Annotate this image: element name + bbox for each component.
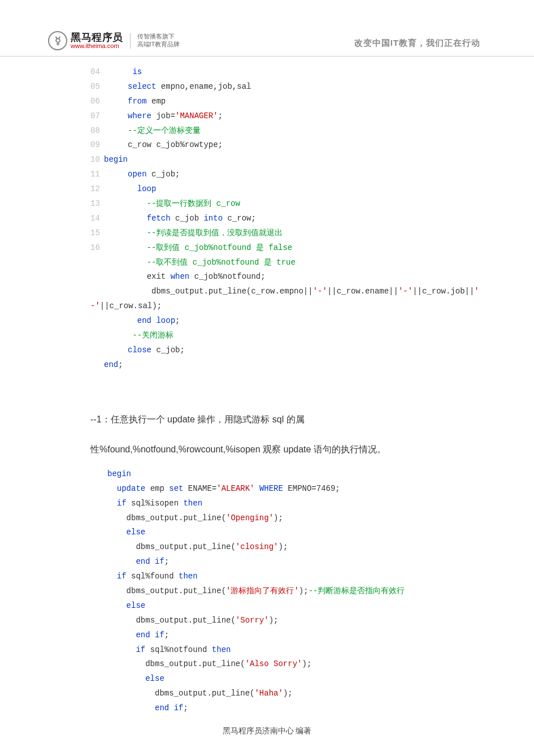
- spacer: [0, 457, 534, 467]
- code-line: else: [107, 672, 444, 686]
- code-line: 12 loop: [90, 182, 444, 197]
- code-line: else: [107, 599, 444, 614]
- code-line: --关闭游标: [90, 329, 444, 343]
- code-line: 16 --取到值 c_job%notfound 是 false: [90, 241, 444, 256]
- code-line: 05 select empno,ename,job,sal: [90, 80, 444, 94]
- code-line: dbms_output.put_line(c_row.empno||'-'||c…: [90, 284, 444, 299]
- code-line: 11 open c_job;: [90, 167, 444, 182]
- code-line: if sql%notfound then: [107, 643, 444, 658]
- code-line: if sql%isopen then: [107, 496, 444, 511]
- code-line: dbms_output.put_line('游标指向了有效行');--判断游标是…: [107, 584, 444, 599]
- logo-text: 黑马程序员 www.itheima.com: [71, 32, 123, 49]
- code-line: else: [107, 525, 444, 540]
- code-line: dbms_output.put_line('Also Sorry');: [107, 657, 444, 672]
- page-header: ☿ 黑马程序员 www.itheima.com 传智播客旗下 高端IT教育品牌 …: [0, 0, 534, 57]
- page: ☿ 黑马程序员 www.itheima.com 传智播客旗下 高端IT教育品牌 …: [0, 0, 534, 756]
- code-line: end if;: [107, 628, 444, 643]
- code-block-1: 04 is05 select empno,ename,job,sal06 fro…: [0, 65, 534, 373]
- code-line: end;: [90, 358, 444, 373]
- paragraph-2: 性%found,%notfound,%rowcount,%isopen 观察 u…: [0, 442, 534, 457]
- logo-block: ☿ 黑马程序员 www.itheima.com 传智播客旗下 高端IT教育品牌: [48, 31, 180, 50]
- code-line: dbms_output.put_line('Openging');: [107, 511, 444, 526]
- code-line: 10begin: [90, 153, 444, 167]
- code-line: close c_job;: [90, 343, 444, 358]
- header-slogan: 改变中国IT教育，我们正在行动: [354, 31, 480, 49]
- code-line: 06 from emp: [90, 94, 444, 109]
- paragraph-1: --1：任意执行一个 update 操作，用隐式游标 sql 的属: [0, 412, 534, 427]
- code-line: dbms_output.put_line('Haha');: [107, 686, 444, 701]
- code-line: 15 --判读是否提取到值，没取到值就退出: [90, 226, 444, 241]
- code-line: 09 c_row c_job%rowtype;: [90, 138, 444, 153]
- horse-icon: ☿: [48, 31, 67, 50]
- spacer: [0, 373, 534, 412]
- logo-sub-line-2: 高端IT教育品牌: [137, 41, 180, 49]
- code-line-wrap: -'||c_row.sal);: [90, 299, 444, 314]
- logo-glyph: ☿: [55, 34, 61, 47]
- code-line: 14 fetch c_job into c_row;: [90, 211, 444, 226]
- code-line: 07 where job='MANAGER';: [90, 109, 444, 124]
- code-line: begin: [107, 467, 444, 482]
- code-line: 08 --定义一个游标变量: [90, 124, 444, 139]
- brand-url: www.itheima.com: [71, 43, 123, 50]
- code-line: 04 is: [90, 65, 444, 80]
- code-line: end if;: [107, 701, 444, 716]
- code-line: 13 --提取一行数据到 c_row: [90, 197, 444, 211]
- code-line: update emp set ENAME='ALEARK' WHERE EMPN…: [107, 482, 444, 496]
- code-block-2: begin update emp set ENAME='ALEARK' WHER…: [0, 467, 534, 716]
- brand-name: 黑马程序员: [71, 32, 123, 43]
- code-line: dbms_output.put_line('closing');: [107, 540, 444, 555]
- divider: [130, 33, 131, 49]
- logo-sub-line-1: 传智播客旗下: [137, 33, 180, 41]
- code-line: exit when c_job%notfound;: [90, 270, 444, 284]
- code-line: end loop;: [90, 314, 444, 329]
- code-line: --取不到值 c_job%notfound 是 true: [90, 256, 444, 270]
- page-footer: 黑马程序员济南中心 编著: [0, 726, 534, 736]
- code-line: if sql%found then: [107, 569, 444, 584]
- code-line: dbms_output.put_line('Sorry');: [107, 614, 444, 628]
- logo-subtitle: 传智播客旗下 高端IT教育品牌: [137, 33, 180, 49]
- code-line: end if;: [107, 555, 444, 569]
- spacer: [0, 426, 534, 442]
